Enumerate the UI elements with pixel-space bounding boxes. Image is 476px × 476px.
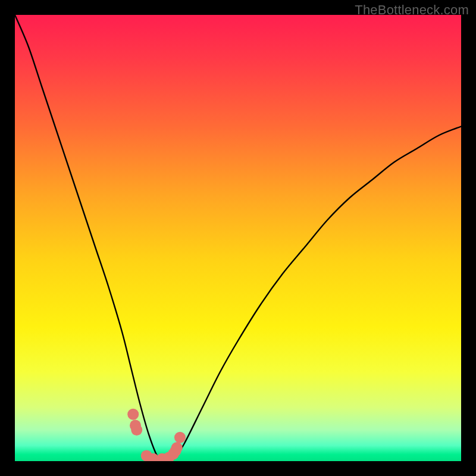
chart-frame: TheBottleneck.com bbox=[0, 0, 476, 476]
watermark-text: TheBottleneck.com bbox=[355, 2, 469, 18]
marker-dot bbox=[127, 409, 139, 420]
marker-dot bbox=[131, 424, 142, 436]
curve-layer bbox=[15, 15, 461, 461]
marker-dot bbox=[174, 432, 186, 443]
bottleneck-curve bbox=[15, 15, 461, 461]
plot-area bbox=[15, 15, 461, 461]
marker-dot bbox=[171, 442, 183, 453]
